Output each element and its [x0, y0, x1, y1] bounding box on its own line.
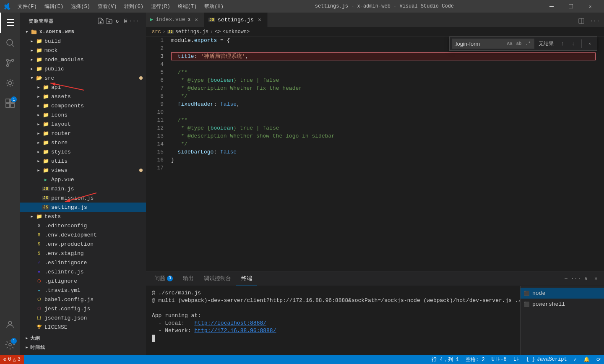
collapse-all-button[interactable]: ⌸ — [122, 18, 129, 24]
item-label: .gitignore — [44, 278, 143, 284]
tab-index-vue[interactable]: ▶ index.vue 3 ✕ — [146, 13, 204, 27]
menu-help[interactable]: 帮助(H) — [201, 2, 227, 11]
activity-git[interactable] — [0, 53, 20, 73]
status-prettier[interactable]: ✓ — [570, 355, 580, 364]
panel-tab-terminal[interactable]: 终端 — [236, 271, 257, 286]
tree-item-components[interactable]: ▸ 📁 components — [20, 101, 146, 110]
find-close-button[interactable]: ✕ — [585, 39, 594, 48]
tab-close-button[interactable]: ✕ — [256, 16, 263, 23]
tab-settings-js[interactable]: JS settings.js ✕ — [204, 13, 268, 27]
tree-item-jest[interactable]: ▸ ⬡ jest.config.js — [20, 304, 146, 313]
breadcrumb-src[interactable]: src — [152, 29, 161, 35]
status-position[interactable]: 行 4，列 1 — [428, 355, 462, 364]
find-match-case-button[interactable]: Aa — [505, 39, 514, 48]
activity-extensions[interactable]: 1 — [0, 93, 20, 113]
tree-section-timeline[interactable]: ▸ 时间线 — [20, 343, 146, 352]
new-folder-button[interactable] — [106, 18, 112, 24]
activity-debug[interactable] — [0, 73, 20, 93]
tab-close-button[interactable]: ✕ — [193, 16, 200, 23]
status-errors[interactable]: ⊘ 0 △ 3 — [0, 355, 24, 364]
status-encoding[interactable]: UTF-8 — [488, 355, 510, 364]
tree-section-outline[interactable]: ▸ 大纲 — [20, 333, 146, 343]
tree-item-styles[interactable]: ▸ 📁 styles — [20, 147, 146, 156]
tree-item-views[interactable]: ▸ 📁 views — [20, 166, 146, 175]
tree-item-settings-js[interactable]: ▸ JS settings.js — [20, 203, 146, 212]
status-eol[interactable]: LF — [510, 355, 523, 364]
tree-item-build[interactable]: ▸ 📁 build — [20, 36, 146, 46]
tree-item-babel[interactable]: ▸ ⬡ babel.config.js — [20, 295, 146, 304]
status-bell[interactable]: 🔔 — [580, 355, 593, 364]
tree-item-env-prod[interactable]: ▸ $ .env.production — [20, 239, 146, 249]
tree-item-store[interactable]: ▸ 📁 store — [20, 138, 146, 147]
tree-item-icons[interactable]: ▸ 📁 icons — [20, 110, 146, 120]
breadcrumb-unknown[interactable]: <unknown> — [222, 29, 250, 35]
panel-more-button[interactable]: ··· — [571, 274, 581, 283]
minimize-button[interactable] — [542, 0, 561, 13]
activity-settings[interactable]: 1 — [0, 335, 20, 355]
tree-item-gitignore[interactable]: ▸ ⬡ .gitignore — [20, 276, 146, 286]
menu-file[interactable]: 文件(F) — [14, 2, 40, 11]
find-next-button[interactable]: ↓ — [569, 39, 578, 48]
folder-icon: 📁 — [35, 38, 43, 44]
close-button[interactable]: ✕ — [581, 0, 600, 13]
menu-goto[interactable]: 转到(G) — [121, 2, 147, 11]
tree-item-tests[interactable]: ▸ 📁 tests — [20, 212, 146, 221]
find-prev-button[interactable]: ↑ — [558, 39, 567, 48]
new-file-button[interactable] — [97, 18, 104, 24]
tree-item-public[interactable]: ▸ 📁 public — [20, 64, 146, 73]
tree-item-router[interactable]: ▸ 📁 router — [20, 129, 146, 138]
tree-item-mock[interactable]: ▸ 📁 mock — [20, 46, 146, 55]
tree-item-env-dev[interactable]: ▸ $ .env.development — [20, 230, 146, 239]
terminal-network-link[interactable]: http://172.16.88.96:8888/ — [194, 328, 276, 334]
tree-item-eslintrc[interactable]: ▸ ● .eslintrc.js — [20, 267, 146, 276]
tree-root[interactable]: ▾ X-ADMIN-WEB — [20, 27, 146, 36]
more-actions-button[interactable]: ··· — [589, 15, 601, 27]
terminal-session-node[interactable]: ⬛ node — [521, 288, 604, 299]
menu-terminal[interactable]: 终端(T) — [174, 2, 200, 11]
panel-maximize-button[interactable]: ∧ — [581, 274, 591, 283]
tree-item-layout[interactable]: ▸ 📁 layout — [20, 120, 146, 129]
status-spaces[interactable]: 空格: 2 — [462, 355, 488, 364]
menu-edit[interactable]: 编辑(E) — [41, 2, 67, 11]
status-sync[interactable]: ⟳ — [593, 355, 604, 364]
panel-tab-output[interactable]: 输出 — [178, 271, 199, 286]
tree-item-license[interactable]: ▸ 🏆 LICENSE — [20, 322, 146, 332]
tree-item-src[interactable]: ▾ 📂 src — [20, 73, 146, 83]
refresh-button[interactable]: ↻ — [114, 18, 121, 24]
status-language[interactable]: { } JavaScript — [523, 355, 570, 364]
tree-item-permission-js[interactable]: ▸ JS permission.js — [20, 193, 146, 203]
js-file-icon: JS — [42, 196, 49, 200]
code-area[interactable]: module.exports = { title: '神盾局管理系统', /** — [167, 36, 604, 271]
find-whole-word-button[interactable]: ab — [515, 39, 523, 48]
activity-explorer[interactable] — [0, 13, 20, 33]
find-input[interactable] — [454, 41, 505, 47]
tree-item-utils[interactable]: ▸ 📁 utils — [20, 156, 146, 166]
find-regex-button[interactable]: .* — [524, 39, 532, 48]
panel-tab-debug[interactable]: 调试控制台 — [199, 271, 236, 286]
tree-item-node_modules[interactable]: ▸ 📁 node_modules — [20, 55, 146, 64]
breadcrumb-settings-js[interactable]: settings.js — [175, 29, 208, 35]
tree-item-jsconfig[interactable]: ▸ {} jsconfig.json — [20, 313, 146, 322]
tree-item-eslintignore[interactable]: ▸ ✓ .eslintignore — [20, 258, 146, 267]
tree-item-editorconfig[interactable]: ▸ ⚙ .editorconfig — [20, 221, 146, 230]
menu-run[interactable]: 运行(R) — [148, 2, 174, 11]
panel-close-button[interactable]: ✕ — [591, 274, 601, 283]
terminal-session-powershell[interactable]: ⬛ powershell — [521, 299, 604, 309]
more-options-button[interactable]: ··· — [131, 18, 138, 24]
tree-item-main-js[interactable]: ▸ JS main.js — [20, 184, 146, 193]
tree-item-app-vue[interactable]: ▸ ▶ App.vue — [20, 175, 146, 184]
activity-search[interactable] — [0, 33, 20, 53]
menu-select[interactable]: 选择(S) — [68, 2, 94, 11]
tree-item-travis[interactable]: ▸ ⬥ .travis.yml — [20, 286, 146, 295]
tree-item-api[interactable]: ▸ 📁 api — [20, 83, 146, 92]
panel-tab-problems[interactable]: 问题 3 — [149, 271, 178, 286]
split-editor-button[interactable] — [575, 15, 587, 27]
menu-view[interactable]: 查看(V) — [94, 2, 120, 11]
tree-item-env-staging[interactable]: ▸ $ .env.staging — [20, 249, 146, 258]
panel-add-button[interactable]: ＋ — [561, 274, 570, 283]
terminal-local-link[interactable]: http://localhost:8888/ — [194, 320, 266, 326]
maximize-button[interactable] — [561, 0, 581, 13]
activity-account[interactable] — [0, 315, 20, 335]
terminal-content[interactable]: @ ./src/main.js @ multi (webpack)-dev-se… — [146, 286, 520, 355]
tree-item-assets[interactable]: ▸ 📁 assets — [20, 92, 146, 101]
